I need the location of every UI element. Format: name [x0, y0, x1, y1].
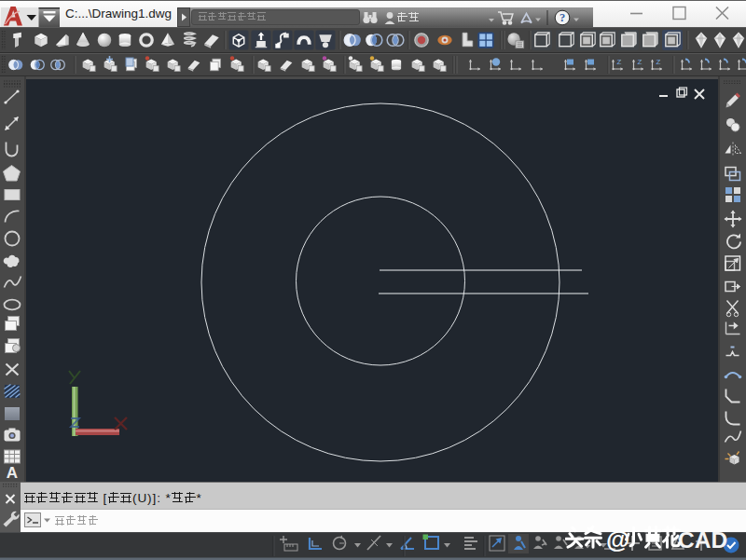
svg-text:Z: Z — [617, 58, 622, 66]
svg-text:A: A — [7, 464, 18, 482]
svg-text:Z: Z — [638, 58, 642, 66]
svg-text:Z: Z — [656, 58, 661, 66]
